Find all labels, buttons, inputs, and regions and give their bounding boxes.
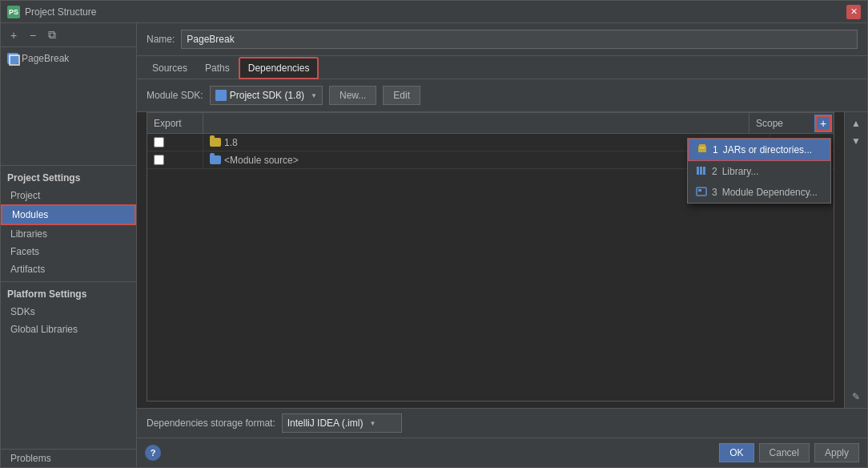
main-content: + − ⧉ PageBreak Project Settings Project… <box>1 23 867 467</box>
folder-blue-icon <box>210 155 221 164</box>
add-dependency-button[interactable]: + <box>814 115 832 132</box>
copy-module-button[interactable]: ⧉ <box>44 27 60 43</box>
sidebar-item-modules[interactable]: Modules <box>1 204 136 225</box>
move-up-button[interactable]: ▲ <box>848 115 864 131</box>
new-sdk-button[interactable]: New... <box>329 86 376 105</box>
edit-pencil-button[interactable]: ✎ <box>848 389 864 405</box>
sidebar-item-global-libraries[interactable]: Global Libraries <box>1 321 136 338</box>
svg-rect-5 <box>703 167 705 175</box>
module-dep-icon <box>696 186 707 197</box>
tabs-row: Sources Paths Dependencies <box>137 56 867 79</box>
sidebar: + − ⧉ PageBreak Project Settings Project… <box>1 23 137 467</box>
folder-yellow-icon <box>210 138 221 147</box>
tree-item-label: PageBreak <box>22 53 69 64</box>
sidebar-item-problems[interactable]: Problems <box>1 449 136 467</box>
tab-paths[interactable]: Paths <box>196 58 239 79</box>
sidebar-toolbar: + − ⧉ <box>1 23 136 47</box>
storage-format-label: Dependencies storage format: <box>147 418 275 429</box>
module-tree: PageBreak <box>1 47 136 165</box>
sidebar-item-libraries[interactable]: Libraries <box>1 225 136 243</box>
close-button[interactable]: ✕ <box>846 5 861 19</box>
export-checkbox[interactable] <box>154 137 164 147</box>
sidebar-item-artifacts[interactable]: Artifacts <box>1 260 136 278</box>
library-icon <box>696 165 707 176</box>
dropdown-item-library-num: 2 <box>712 166 717 177</box>
storage-format-value: IntelliJ IDEA (.iml) <box>287 418 364 429</box>
sdk-label: Module SDK: <box>147 90 203 101</box>
project-structure-window: PS Project Structure ✕ + − ⧉ PageBreak P… <box>0 0 868 468</box>
name-row: Name: <box>137 23 867 56</box>
add-module-button[interactable]: + <box>6 27 22 43</box>
title-bar-text: Project Structure <box>25 6 846 18</box>
action-buttons: OK Cancel Apply <box>719 443 859 462</box>
sdk-value: Project SDK (1.8) <box>230 90 304 101</box>
name-label: Name: <box>147 34 175 45</box>
project-settings-header: Project Settings <box>1 165 136 187</box>
svg-rect-4 <box>700 167 702 175</box>
dropdown-item-module-dep[interactable]: 3 Module Dependency... <box>688 182 830 203</box>
dropdown-item-jars-label: JARs or directories... <box>723 144 812 155</box>
storage-format-select[interactable]: IntelliJ IDEA (.iml) ▼ <box>282 414 402 433</box>
export-checkbox[interactable] <box>154 155 164 165</box>
row-export-check[interactable] <box>147 134 203 151</box>
edit-sdk-button[interactable]: Edit <box>383 86 420 105</box>
tab-dependencies[interactable]: Dependencies <box>239 57 319 79</box>
chevron-down-icon: ▼ <box>369 420 376 427</box>
ok-button[interactable]: OK <box>719 443 753 462</box>
module-icon <box>7 53 18 64</box>
chevron-down-icon: ▼ <box>311 92 317 99</box>
dropdown-item-library[interactable]: 2 Library... <box>688 161 830 182</box>
platform-settings-header: Platform Settings <box>1 281 136 303</box>
col-scope-header: Scope <box>749 113 813 133</box>
dropdown-item-jars[interactable]: 1 JARs or directories... <box>688 139 830 161</box>
side-action-buttons: ▲ ▼ ✎ <box>844 112 867 408</box>
dropdown-item-library-label: Library... <box>722 166 759 177</box>
dependencies-table: Export Scope + <box>147 112 834 401</box>
dropdown-item-module-num: 3 <box>712 187 717 198</box>
name-input[interactable] <box>181 30 858 49</box>
right-panel: Name: Sources Paths Dependencies Module … <box>137 23 867 467</box>
dropdown-item-module-label: Module Dependency... <box>722 187 818 198</box>
svg-rect-7 <box>698 189 701 192</box>
sdk-select[interactable]: Project SDK (1.8) ▼ <box>210 86 323 105</box>
bottom-bar: Dependencies storage format: IntelliJ ID… <box>137 408 867 438</box>
add-dependency-dropdown: 1 JARs or directories... <box>687 138 831 204</box>
svg-rect-2 <box>700 147 705 148</box>
dropdown-item-jars-num: 1 <box>713 144 718 155</box>
cancel-button[interactable]: Cancel <box>759 443 810 462</box>
sdk-row: Module SDK: Project SDK (1.8) ▼ New... E… <box>137 79 867 112</box>
tab-sources[interactable]: Sources <box>143 58 196 79</box>
jar-icon <box>697 143 708 155</box>
row-name: 1.8 <box>203 137 770 148</box>
help-button[interactable]: ? <box>145 445 161 461</box>
sdk-folder-icon <box>215 90 227 101</box>
tree-item-pagebreak[interactable]: PageBreak <box>1 50 136 67</box>
dependencies-area: Export Scope + <box>137 112 867 408</box>
row-name: <Module source> <box>203 155 770 166</box>
window-bottom-bar: ? OK Cancel Apply <box>137 438 867 467</box>
sidebar-item-facets[interactable]: Facets <box>1 243 136 260</box>
apply-button[interactable]: Apply <box>814 443 859 462</box>
sidebar-item-project[interactable]: Project <box>1 187 136 204</box>
sidebar-item-sdks[interactable]: SDKs <box>1 303 136 321</box>
table-header: Export Scope + <box>147 113 834 134</box>
svg-rect-1 <box>698 146 706 152</box>
col-export-header: Export <box>147 113 203 133</box>
title-bar: PS Project Structure ✕ <box>1 1 867 23</box>
row-export-check[interactable] <box>147 151 203 168</box>
remove-module-button[interactable]: − <box>25 27 41 43</box>
svg-rect-3 <box>697 167 699 175</box>
move-down-button[interactable]: ▼ <box>848 133 864 149</box>
app-icon: PS <box>7 6 20 18</box>
